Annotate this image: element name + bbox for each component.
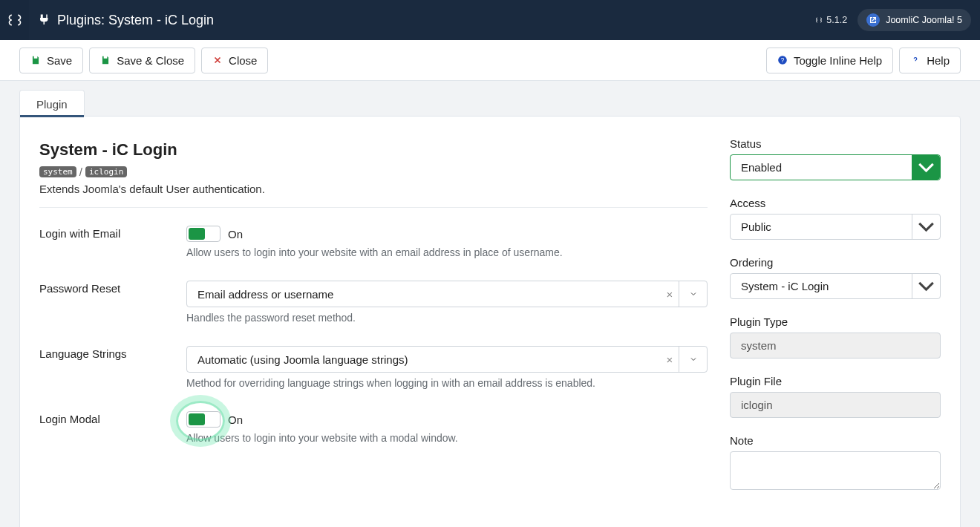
select-password-reset[interactable]: Email address or username × [186, 281, 708, 307]
label-note: Note [730, 434, 941, 447]
toggle-login-modal-label: On [228, 413, 243, 426]
save-button[interactable]: Save [19, 48, 83, 73]
close-button[interactable]: Close [201, 48, 268, 73]
save-icon [30, 55, 41, 65]
help-button[interactable]: Help [899, 48, 961, 73]
label-lang-strings: Language Strings [39, 346, 186, 389]
page-title: Plugins: System - iC Login [29, 13, 214, 28]
field-plugin-file: iclogin [730, 392, 941, 418]
external-link-icon [866, 13, 880, 27]
joomla-logo[interactable] [0, 0, 29, 40]
question-circle-icon: ? [777, 55, 788, 65]
chevron-down-icon[interactable] [912, 215, 940, 239]
field-note[interactable] [730, 451, 941, 490]
save-close-button[interactable]: Save & Close [89, 48, 195, 73]
label-plugin-file: Plugin File [730, 375, 941, 387]
svg-text:?: ? [781, 57, 785, 64]
label-access: Access [730, 197, 941, 209]
tab-plugin[interactable]: Plugin [19, 90, 85, 117]
select-lang-strings[interactable]: Automatic (using Joomla language strings… [186, 346, 708, 373]
plugin-title: System - iC Login [39, 140, 708, 160]
plugin-crumbs: system / iclogin [39, 166, 708, 178]
label-status: Status [730, 137, 941, 150]
plug-icon [38, 13, 51, 27]
chevron-down-icon[interactable] [912, 155, 940, 180]
label-login-modal: Login Modal [39, 411, 186, 444]
hint-password-reset: Handles the password reset method. [186, 312, 708, 324]
select-status[interactable]: Enabled [730, 154, 941, 180]
joomla-icon [7, 13, 22, 27]
plugin-element-tag: iclogin [85, 166, 127, 177]
label-login-email: Login with Email [39, 226, 186, 258]
hint-login-modal: Allow users to login into your website w… [186, 432, 708, 444]
select-ordering[interactable]: System - iC Login [730, 273, 941, 299]
question-icon [910, 55, 921, 65]
clear-lang-strings[interactable]: × [661, 353, 679, 366]
clear-password-reset[interactable]: × [661, 288, 679, 301]
label-password-reset: Password Reset [39, 281, 186, 324]
site-name: JoomliC Joomla! 5 [886, 15, 962, 25]
label-plugin-type: Plugin Type [730, 315, 941, 328]
version-tag: 5.1.2 [814, 15, 847, 25]
toggle-login-modal[interactable] [186, 411, 220, 428]
toggle-inline-help-button[interactable]: ? Toggle Inline Help [766, 48, 893, 73]
chevron-down-icon[interactable] [912, 274, 940, 298]
field-plugin-type: system [730, 333, 941, 359]
select-access[interactable]: Public [730, 214, 941, 240]
close-icon [212, 55, 223, 65]
plugin-folder-tag: system [39, 166, 76, 177]
hint-lang-strings: Method for overriding language strings w… [186, 377, 708, 389]
chevron-down-icon[interactable] [679, 347, 707, 372]
joomla-small-icon [814, 16, 823, 24]
label-ordering: Ordering [730, 256, 941, 269]
chevron-down-icon[interactable] [679, 281, 707, 307]
toggle-login-email-label: On [228, 228, 243, 240]
open-site-button[interactable]: JoomliC Joomla! 5 [858, 9, 971, 31]
plugin-description: Extends Joomla's default User authentica… [39, 183, 708, 195]
save-icon [100, 55, 111, 65]
hint-login-email: Allow users to login into your website w… [186, 246, 708, 258]
toggle-login-email[interactable] [186, 226, 220, 242]
